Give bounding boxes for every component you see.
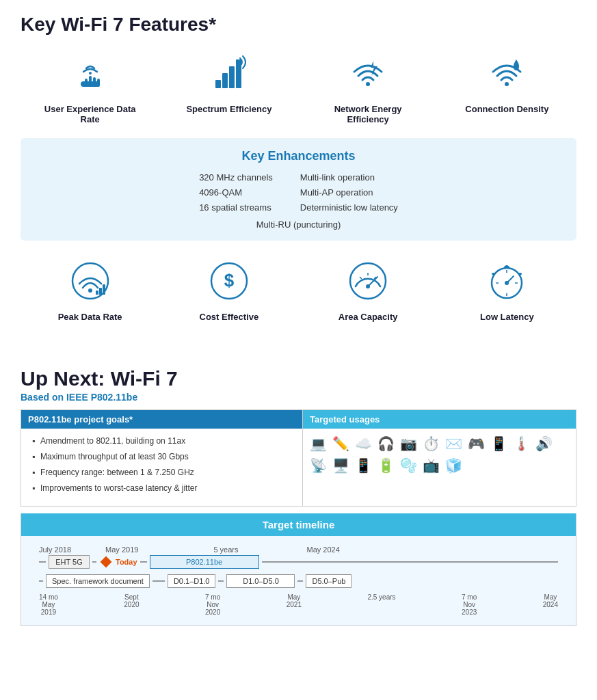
wifi-drop-icon — [483, 49, 531, 97]
tl-d2: D1.0–D5.0 — [226, 574, 295, 588]
stopwatch-icon — [483, 257, 531, 305]
svg-rect-9 — [236, 59, 241, 88]
usages-header: Targeted usages — [303, 410, 576, 429]
tl-spec-doc: Spec. framework document — [46, 574, 150, 588]
tl-bottom-may2024: May 2024 — [543, 593, 558, 616]
tl-mo2: 7 mo — [205, 593, 220, 601]
enhancement-item-2: 4096-QAM — [199, 185, 273, 200]
goal-item-4: Improvements to worst-case latency & jit… — [32, 483, 291, 494]
timeline-section: Target timeline July 2018 May 2019 5 yea… — [21, 513, 576, 626]
feature-item-peak: Peak Data Rate — [36, 257, 145, 322]
enhancements-content: 320 MHz channels 4096-QAM 16 spatial str… — [34, 170, 563, 215]
svg-rect-6 — [215, 80, 221, 88]
speakers-icon: 🔊 — [535, 435, 553, 452]
tl-bottom-may2021: May 2021 — [287, 593, 302, 616]
tl-spec-line1 — [39, 580, 43, 582]
feature-label-latency: Low Latency — [480, 312, 534, 322]
wifi-energy-icon — [344, 49, 392, 97]
enhancement-item-3: 16 spatial streams — [199, 200, 273, 215]
svg-point-14 — [88, 288, 92, 293]
svg-rect-15 — [96, 291, 98, 295]
wifi-bar-icon — [66, 257, 114, 305]
svg-point-20 — [350, 263, 386, 299]
headphones-icon: 🎧 — [377, 435, 395, 452]
tl-d1-line — [218, 580, 224, 582]
svg-point-5 — [89, 72, 92, 75]
enhancements-title: Key Enhancements — [34, 149, 563, 163]
tl-b6: May 2024 — [543, 593, 558, 608]
feature-label-energy: Network Energy Efficiency — [313, 104, 423, 124]
tl-bottom-may2019: 14 mo May 2019 — [39, 593, 58, 616]
svg-rect-16 — [99, 288, 102, 295]
bottom-grid: P802.11be project goals* Amendment to 80… — [21, 409, 576, 507]
svg-point-10 — [366, 82, 370, 86]
tl-b4: May 2021 — [287, 593, 302, 608]
tl-line4 — [262, 561, 558, 563]
today-diamond — [101, 556, 112, 568]
camera-icon: 📷 — [400, 435, 417, 452]
enhancement-item-4: Multi-link operation — [300, 170, 398, 185]
gauge-icon — [344, 257, 392, 305]
tl-d1: D0.1–D1.0 — [168, 574, 216, 588]
section1-title: Key Wi-Fi 7 Features* — [21, 14, 576, 36]
hand-wifi-icon — [66, 49, 114, 97]
tl-bottom-nov2023: 7 mo Nov 2023 — [462, 593, 477, 616]
tl-mid-25years: 2.5 years — [367, 593, 395, 616]
wifi-icon: 📡 — [310, 457, 327, 474]
feature-label-area: Area Capacity — [339, 312, 398, 322]
goal-item-2: Maximum throughput of at least 30 Gbps — [32, 451, 291, 463]
tablet-icon: 📱 — [490, 435, 507, 452]
enhancement-item-1: 320 MHz channels — [199, 170, 273, 185]
timeline-content: July 2018 May 2019 5 years May 2024 EHT … — [21, 536, 576, 625]
tv-icon: 📺 — [423, 457, 440, 474]
enhancements-box: Key Enhancements 320 MHz channels 4096-Q… — [21, 138, 576, 241]
svg-rect-31 — [492, 273, 495, 275]
feature-label-spectrum: Spectrum Efficiency — [186, 104, 271, 114]
tl-date-may2019: May 2019 — [105, 546, 138, 554]
tl-b5: Nov 2023 — [462, 601, 477, 616]
feature-item-density: Connection Density — [452, 49, 561, 124]
tl-spec-line2 — [152, 580, 165, 582]
enhancements-col2: Multi-link operation Multi-AP operation … — [300, 170, 398, 215]
timeline-header: Target timeline — [21, 513, 576, 536]
usages-icons: 💻 ✏️ ☁️ 🎧 📷 ⏱️ ✉️ 🎮 📱 🌡️ 🔊 📡 🖥️ 📱 🔋 🫧 📺 … — [310, 435, 569, 474]
goals-list: Amendment to 802.11, building on 11ax Ma… — [32, 435, 291, 494]
laptop-icon: 💻 — [310, 435, 327, 452]
feature-item-spectrum: Spectrum Efficiency — [174, 49, 284, 124]
feature-label-user-experience: User Experience Data Rate — [36, 104, 145, 124]
tl-bottom-sept2020: Sept 2020 — [124, 593, 139, 616]
tl-line1 — [39, 561, 46, 563]
tl-mo4: 7 mo — [462, 593, 477, 601]
svg-rect-17 — [103, 284, 105, 295]
tl-d2-line — [297, 580, 303, 582]
tl-date-july2018: July 2018 — [39, 546, 71, 554]
battery-icon: 🔋 — [377, 457, 395, 474]
tl-mo1: 14 mo — [39, 593, 58, 601]
goal-item-1: Amendment to 802.11, building on 11ax — [32, 435, 291, 447]
features-grid-top: User Experience Data Rate Spectrum Effic… — [21, 49, 576, 124]
tl-mo3: 2.5 years — [367, 593, 395, 601]
svg-point-38 — [505, 281, 509, 285]
fridge-icon: 🧊 — [445, 457, 462, 474]
svg-point-12 — [505, 82, 509, 86]
pencil-icon: ✏️ — [332, 435, 349, 452]
goals-col: P802.11be project goals* Amendment to 80… — [21, 410, 303, 506]
svg-rect-30 — [505, 265, 508, 267]
tl-b2: Sept 2020 — [124, 593, 139, 608]
phone-icon: 📱 — [355, 457, 372, 474]
feature-item-cost: $ Cost Effective — [174, 257, 284, 322]
today-label: Today — [116, 558, 137, 566]
goals-header: P802.11be project goals* — [21, 410, 302, 429]
svg-text:$: $ — [224, 270, 235, 291]
monitor-icon: 🖥️ — [332, 457, 349, 474]
washer-icon: 🫧 — [400, 457, 417, 474]
email-icon: ✉️ — [445, 435, 462, 452]
feature-label-peak: Peak Data Rate — [58, 312, 122, 322]
gamepad-icon: 🎮 — [468, 435, 485, 452]
cloud-icon: ☁️ — [355, 435, 372, 452]
enhancements-center: Multi-RU (puncturing) — [34, 219, 563, 230]
feature-item-user-experience: User Experience Data Rate — [36, 49, 145, 124]
svg-line-22 — [360, 277, 362, 279]
tl-b1: May 2019 — [39, 601, 58, 616]
tl-d3: D5.0–Pub — [306, 574, 351, 588]
